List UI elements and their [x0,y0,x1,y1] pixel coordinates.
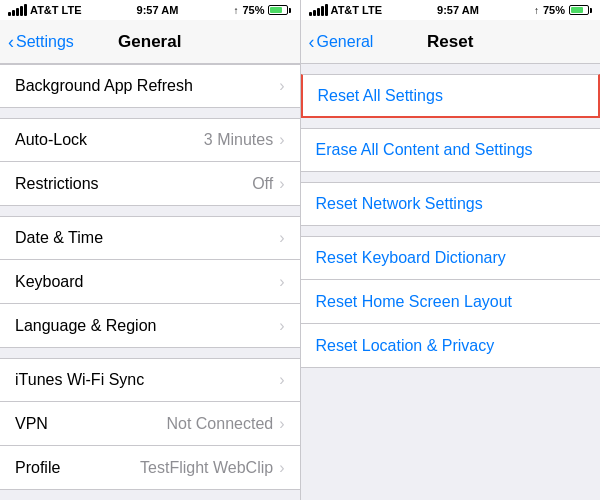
bar4 [20,6,23,16]
gap-3 [0,348,300,358]
back-button-left[interactable]: ‹ Settings [8,33,74,51]
rgap-4 [301,368,601,378]
status-left: AT&T LTE [8,4,81,16]
status-bar-right: AT&T LTE 9:57 AM ↑ 75% [301,0,601,20]
list-item-datetime[interactable]: Date & Time › [0,216,300,260]
back-button-right[interactable]: ‹ General [309,33,374,51]
battery-left [268,5,291,15]
list-item-reset-keyboard[interactable]: Reset Keyboard Dictionary [301,236,601,280]
battery-tip-right [590,8,592,13]
section-3: Date & Time › Keyboard › Language & Regi… [0,216,300,348]
item-label-profile: Profile [15,459,140,477]
section-2: Auto-Lock 3 Minutes › Restrictions Off › [0,118,300,206]
back-chevron-left: ‹ [8,33,14,51]
gap-1 [0,108,300,118]
rbar3 [317,8,320,16]
chevron-restrictions: › [279,175,284,193]
gap-4 [0,490,300,500]
status-left-right: AT&T LTE [309,4,382,16]
rgap-2 [301,172,601,182]
item-label-reset-all: Reset All Settings [318,87,584,105]
battery-percent-right: 75% [543,4,565,16]
section-1: Background App Refresh › [0,64,300,108]
chevron-datetime: › [279,229,284,247]
time-right: 9:57 AM [437,4,479,16]
signal-bars [8,4,27,16]
left-panel: AT&T LTE 9:57 AM ↑ 75% ‹ Settings Genera… [0,0,300,500]
item-label-restrictions: Restrictions [15,175,252,193]
bar2 [12,10,15,16]
list-item-profile[interactable]: Profile TestFlight WebClip › [0,446,300,490]
battery-body [268,5,288,15]
list-item-reset-network[interactable]: Reset Network Settings [301,182,601,226]
rsection-4: Reset Keyboard Dictionary Reset Home Scr… [301,236,601,368]
rbar2 [313,10,316,16]
rgap-0 [301,64,601,74]
item-value-autolock: 3 Minutes [204,131,273,149]
list-item-vpn[interactable]: VPN Not Connected › [0,402,300,446]
status-bar-left: AT&T LTE 9:57 AM ↑ 75% [0,0,300,20]
network-left: LTE [62,4,82,16]
time-left: 9:57 AM [137,4,179,16]
chevron-profile: › [279,459,284,477]
list-item-reset-all[interactable]: Reset All Settings [301,74,601,118]
gap-2 [0,206,300,216]
item-label-vpn: VPN [15,415,166,433]
list-item-itunes-sync[interactable]: iTunes Wi-Fi Sync › [0,358,300,402]
battery-fill [270,7,282,13]
item-label-autolock: Auto-Lock [15,131,204,149]
rsection-2: Erase All Content and Settings [301,128,601,172]
status-right-left: ↑ 75% [233,4,291,16]
nav-bar-right: ‹ General Reset [301,20,601,64]
chevron-vpn: › [279,415,284,433]
item-value-restrictions: Off [252,175,273,193]
item-label-reset-location: Reset Location & Privacy [316,337,586,355]
nav-title-left: General [118,32,181,52]
item-label-keyboard: Keyboard [15,273,279,291]
list-item-erase-all[interactable]: Erase All Content and Settings [301,128,601,172]
chevron-itunes-sync: › [279,371,284,389]
signal-bars-right [309,4,328,16]
back-label-left: Settings [16,33,74,51]
list-item-reset-homescreen[interactable]: Reset Home Screen Layout [301,280,601,324]
battery-right [569,5,592,15]
chevron-keyboard: › [279,273,284,291]
chevron-language: › [279,317,284,335]
arrow-icon-right: ↑ [534,5,539,16]
item-label-reset-homescreen: Reset Home Screen Layout [316,293,586,311]
battery-percent-left: 75% [242,4,264,16]
arrow-icon: ↑ [233,5,238,16]
list-item-restrictions[interactable]: Restrictions Off › [0,162,300,206]
rbar1 [309,12,312,16]
status-right-right: ↑ 75% [534,4,592,16]
list-item-keyboard[interactable]: Keyboard › [0,260,300,304]
item-value-vpn: Not Connected [166,415,273,433]
list-item-autolock[interactable]: Auto-Lock 3 Minutes › [0,118,300,162]
bar5 [24,4,27,16]
item-label-erase-all: Erase All Content and Settings [316,141,586,159]
nav-bar-left: ‹ Settings General [0,20,300,64]
chevron-bg-refresh: › [279,77,284,95]
item-value-profile: TestFlight WebClip [140,459,273,477]
rgap-1 [301,118,601,128]
rbar5 [325,4,328,16]
list-item-language[interactable]: Language & Region › [0,304,300,348]
item-label-bg-refresh: Background App Refresh [15,77,279,95]
right-panel: AT&T LTE 9:57 AM ↑ 75% ‹ General Reset [301,0,601,500]
rgap-3 [301,226,601,236]
bar1 [8,12,11,16]
battery-fill-right [571,7,583,13]
battery-tip [289,8,291,13]
item-label-language: Language & Region [15,317,279,335]
item-label-itunes-sync: iTunes Wi-Fi Sync [15,371,279,389]
battery-body-right [569,5,589,15]
rbar4 [321,6,324,16]
chevron-autolock: › [279,131,284,149]
list-item-reset-location[interactable]: Reset Location & Privacy [301,324,601,368]
back-label-right: General [317,33,374,51]
rsection-3: Reset Network Settings [301,182,601,226]
item-label-reset-keyboard: Reset Keyboard Dictionary [316,249,586,267]
settings-list-right: Reset All Settings Erase All Content and… [301,64,601,500]
list-item-bg-refresh[interactable]: Background App Refresh › [0,64,300,108]
network-right: LTE [362,4,382,16]
